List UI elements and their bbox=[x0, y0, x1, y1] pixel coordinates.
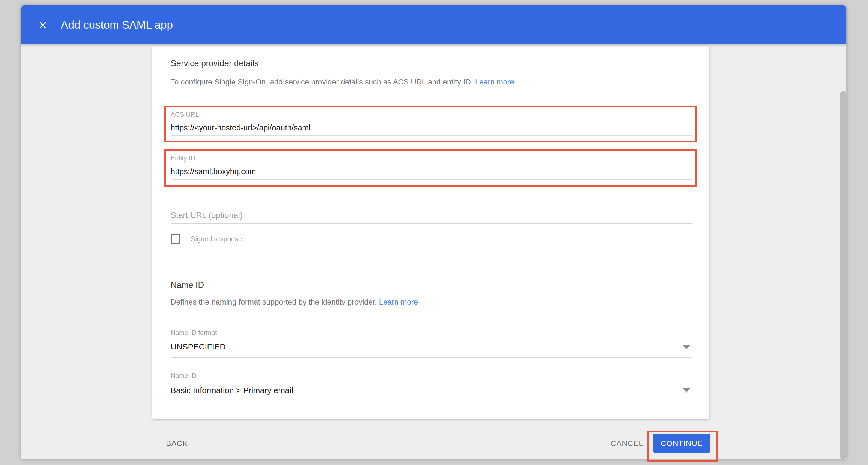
page-background: Add custom SAML app Service provider det… bbox=[0, 0, 868, 465]
continue-annotation-box bbox=[647, 431, 717, 462]
name-id-dropdown-icon[interactable] bbox=[683, 388, 690, 393]
signed-response-checkbox[interactable] bbox=[170, 234, 181, 244]
entity-id-value[interactable]: https://saml.boxyhq.com bbox=[170, 167, 695, 176]
name-id-format-underline bbox=[170, 357, 692, 358]
back-button[interactable]: BACK bbox=[166, 437, 188, 450]
dialog-header: Add custom SAML app bbox=[21, 5, 846, 44]
service-provider-learn-more-link[interactable]: Learn more bbox=[475, 78, 514, 86]
name-id-select-label: Name ID bbox=[170, 372, 196, 379]
service-provider-heading: Service provider details bbox=[170, 58, 258, 69]
start-url-underline bbox=[170, 223, 692, 224]
name-id-description: Defines the naming format supported by t… bbox=[170, 297, 418, 307]
name-id-learn-more-link[interactable]: Learn more bbox=[379, 298, 418, 306]
add-custom-saml-app-dialog: Add custom SAML app Service provider det… bbox=[21, 5, 846, 459]
close-button[interactable] bbox=[36, 18, 50, 32]
signed-response-row: Signed response bbox=[170, 234, 242, 244]
dialog-title: Add custom SAML app bbox=[61, 19, 173, 31]
entity-id-annotation-box: Entity ID https://saml.boxyhq.com bbox=[164, 149, 697, 187]
name-id-description-text: Defines the naming format supported by t… bbox=[170, 298, 377, 306]
close-icon bbox=[38, 21, 48, 30]
start-url-input[interactable]: Start URL (optional) bbox=[170, 210, 243, 220]
name-id-select[interactable]: Basic Information > Primary email bbox=[170, 386, 293, 395]
entity-id-underline bbox=[170, 179, 692, 179]
cancel-button[interactable]: CANCEL bbox=[611, 437, 643, 450]
entity-id-label: Entity ID bbox=[170, 155, 695, 162]
name-id-format-select[interactable]: UNSPECIFIED bbox=[170, 342, 226, 352]
name-id-heading: Name ID bbox=[170, 280, 204, 290]
service-provider-description: To configure Single Sign-On, add service… bbox=[170, 77, 514, 87]
service-provider-description-text: To configure Single Sign-On, add service… bbox=[170, 78, 473, 86]
acs-url-annotation-box: ACS URL https://<your-hosted-url>/api/oa… bbox=[164, 106, 697, 142]
acs-url-label: ACS URL bbox=[170, 111, 695, 118]
name-id-format-dropdown-icon[interactable] bbox=[683, 345, 690, 350]
name-id-underline bbox=[170, 399, 692, 399]
acs-url-value[interactable]: https://<your-hosted-url>/api/oauth/saml bbox=[170, 123, 695, 132]
name-id-format-label: Name ID format bbox=[170, 329, 217, 336]
acs-url-underline bbox=[170, 135, 692, 136]
signed-response-label: Signed response bbox=[191, 234, 242, 244]
entity-id-field[interactable]: Entity ID https://saml.boxyhq.com bbox=[166, 151, 695, 179]
acs-url-field[interactable]: ACS URL https://<your-hosted-url>/api/oa… bbox=[166, 107, 695, 136]
scrollbar-thumb[interactable] bbox=[840, 91, 846, 459]
service-provider-card: Service provider details To configure Si… bbox=[152, 46, 709, 419]
